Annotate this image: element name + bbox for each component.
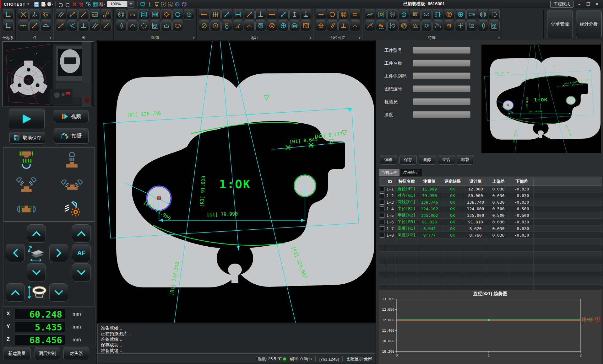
group-dropdown-icon[interactable]: ▼	[49, 36, 52, 40]
ribbon-icon-sp-thread[interactable]	[387, 9, 398, 20]
ribbon-icon-ellipse-tool[interactable]	[172, 20, 183, 31]
ribbon-icon-arc-three-point[interactable]	[127, 9, 138, 20]
zoom-combo[interactable]: 100%▼	[107, 1, 134, 7]
ribbon-icon-sp-gear[interactable]	[444, 20, 454, 31]
save-icon[interactable]	[33, 1, 40, 8]
wave-select-icon[interactable]	[167, 1, 174, 8]
ribbon-icon-sp-gear-dim[interactable]	[387, 20, 398, 31]
light-mode-side-low-green-icon[interactable]	[11, 199, 41, 219]
ribbon-icon-circle-in-box[interactable]	[150, 9, 160, 20]
ribbon-icon-point-dome-scan[interactable]	[41, 20, 51, 31]
table-row-1-7[interactable]: 1-7高度[H1]8.643OK8.6200.030-0.030	[379, 225, 602, 232]
delete-icon[interactable]	[71, 1, 78, 8]
ribbon-icon-dim-donut[interactable]	[267, 20, 277, 31]
stage-down-button[interactable]	[27, 263, 46, 281]
grid-icon[interactable]	[92, 1, 99, 8]
measurement-viewport[interactable]	[97, 41, 376, 323]
records-management-button[interactable]: 记录管理	[547, 10, 573, 38]
ribbon-icon-point-midpoint[interactable]	[18, 20, 29, 31]
ribbon-icon-dim-mm[interactable]: mm	[289, 20, 300, 31]
height-gauge-icon[interactable]	[146, 1, 153, 8]
ribbon-icon-circle-rotate[interactable]	[172, 9, 183, 20]
lamp-icon[interactable]	[153, 1, 160, 8]
form-input-1[interactable]	[413, 47, 470, 54]
ribbon-icon-dim-diagonal[interactable]	[221, 9, 232, 20]
layer-control-button[interactable]: 图层控制	[35, 347, 60, 360]
ribbon-icon-sp-dash-circle[interactable]	[489, 9, 500, 20]
ribbon-icon-sp-cam-curve[interactable]	[421, 9, 432, 20]
ribbon-icon-dim-circle-dot[interactable]	[210, 20, 221, 31]
ribbon-icon-gdt-roundness[interactable]	[327, 9, 338, 20]
ribbon-icon-gdt-perpendicularity[interactable]	[338, 20, 349, 31]
stage-up-button[interactable]	[27, 224, 46, 243]
ribbon-icon-dim-depth[interactable]	[301, 9, 311, 20]
ribbon-icon-line-parallel-points[interactable]	[90, 20, 100, 31]
cancel-save-button[interactable]: 取消保存	[9, 132, 45, 144]
capture-button[interactable]: 拍摄	[54, 128, 89, 144]
new-measurement-button[interactable]: 新建测量	[3, 347, 31, 360]
ribbon-icon-circle-pin[interactable]	[184, 9, 194, 20]
ribbon-icon-dim-diameter[interactable]	[199, 20, 209, 31]
light-mode-backlight-on-icon[interactable]	[11, 150, 41, 170]
ribbon-icon-sp-cross-dot[interactable]	[455, 20, 466, 31]
ribbon-icon-circle-multi-hole[interactable]	[139, 9, 149, 20]
ribbon-icon-line-tangent-circles[interactable]	[101, 9, 111, 20]
ribbon-icon-point-wave-scan[interactable]	[41, 9, 51, 20]
ribbon-icon-arc-dome[interactable]	[161, 20, 172, 31]
ring-light-up-button[interactable]	[6, 283, 25, 302]
ribbon-icon-sp-spline[interactable]	[365, 9, 375, 20]
ribbon-icon-dim-run[interactable]	[244, 9, 255, 20]
font-image-icon[interactable]: AA▼	[99, 1, 106, 8]
ribbon-icon-sp-spring-box[interactable]	[376, 9, 387, 20]
ribbon-icon-dim-circle-line[interactable]	[255, 20, 266, 31]
light-mode-side-mid-off-icon[interactable]	[57, 174, 87, 195]
minimize-button[interactable]: –	[577, 2, 582, 7]
ribbon-icon-dim-height[interactable]	[289, 9, 300, 20]
row-checkbox[interactable]	[380, 213, 384, 218]
ribbon-icon-line-segment[interactable]	[67, 9, 78, 20]
row-checkbox[interactable]	[380, 220, 384, 224]
tab-current-workpiece[interactable]: 当前工件	[379, 169, 399, 176]
ribbon-icon-dim-angle[interactable]	[233, 20, 243, 31]
ribbon-icon-gdt-profile[interactable]	[350, 20, 360, 31]
ribbon-icon-gdt-concentricity[interactable]	[338, 9, 349, 20]
form-input-5[interactable]	[413, 98, 470, 105]
screen-icon[interactable]	[139, 1, 146, 8]
form-input-6[interactable]	[413, 111, 470, 118]
tab-process-statistics[interactable]: 过程统计	[400, 169, 422, 176]
redo-icon[interactable]	[64, 1, 71, 8]
table-row-1-3[interactable]: 1-3两线[D1]136.746OK136.7400.030-0.030	[379, 199, 602, 206]
ribbon-icon-circle-ring[interactable]	[116, 9, 127, 20]
ribbon-icon-gdt-parallelism[interactable]	[327, 20, 338, 31]
table-row-1-8[interactable]: 1-8高度[H2]8.777OK8.7600.030-0.030	[379, 232, 602, 238]
action-button-2[interactable]: 保存	[399, 155, 417, 165]
ribbon-icon-sp-step[interactable]	[432, 20, 443, 31]
engineering-mode-button[interactable]: 工程模式	[550, 1, 573, 8]
autofocus-button[interactable]: AF	[72, 244, 91, 262]
ribbon-icon-sp-pinch[interactable]	[432, 9, 443, 20]
ribbon-icon-coord-system-machine[interactable]	[3, 9, 14, 20]
ribbon-icon-dim-double-circle[interactable]	[221, 20, 232, 31]
ribbon-icon-dim-width[interactable]	[233, 9, 243, 20]
ribbon-icon-circle-dashed[interactable]	[139, 20, 149, 31]
delete-all-icon[interactable]: ALL	[78, 1, 85, 8]
table-row-1-4[interactable]: 1-4半径[R1]124.102OK124.0000.500-0.500	[379, 206, 602, 212]
ribbon-icon-dim-arc-profile[interactable]	[244, 20, 255, 31]
ribbon-icon-sp-cam-cross[interactable]	[421, 20, 432, 31]
ribbon-icon-arc-left[interactable]	[116, 20, 127, 31]
ribbon-icon-sp-capsule[interactable]	[466, 9, 477, 20]
ribbon-icon-sp-box-plus[interactable]	[489, 20, 500, 31]
ribbon-icon-point-vector[interactable]	[29, 20, 40, 31]
group-dropdown-icon[interactable]: ▼	[193, 36, 195, 40]
ribbon-icon-coord-system-part[interactable]	[3, 20, 14, 31]
action-button-1[interactable]: 编辑	[380, 155, 397, 165]
print-icon[interactable]: ▼	[47, 1, 54, 8]
group-dropdown-icon[interactable]: ▼	[358, 36, 361, 40]
form-input-2[interactable]	[413, 60, 470, 67]
ribbon-icon-sp-ring[interactable]	[478, 9, 488, 20]
cube-icon[interactable]	[181, 1, 187, 8]
action-button-4[interactable]: 结合	[438, 155, 455, 165]
ribbon-icon-arc-curve-point[interactable]	[127, 20, 138, 31]
statistics-analysis-button[interactable]: 统计分析	[576, 10, 602, 38]
row-checkbox[interactable]	[380, 200, 384, 205]
